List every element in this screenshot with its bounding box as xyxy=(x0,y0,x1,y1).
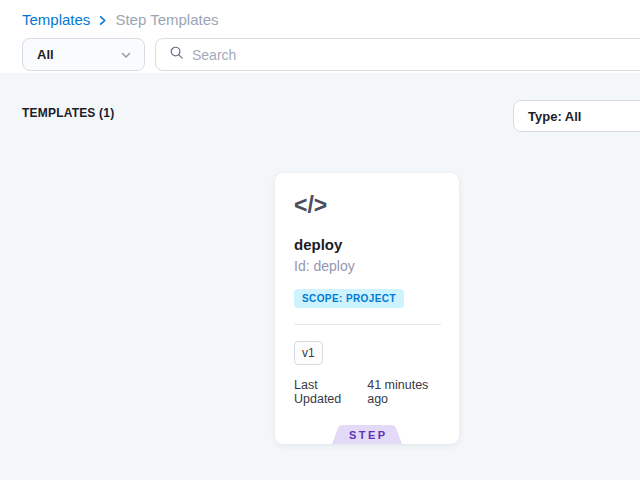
templates-count-heading: TEMPLATES (1) xyxy=(22,106,114,120)
page-header: Templates Step Templates All xyxy=(0,0,640,73)
chevron-right-icon xyxy=(97,15,108,26)
last-updated-row: Last Updated 41 minutes ago xyxy=(294,378,441,406)
template-type-tab: STEP xyxy=(332,425,402,444)
template-card-deploy[interactable]: </> deploy Id: deploy SCOPE: PROJECT v1 … xyxy=(275,173,459,444)
last-updated-label: Last Updated xyxy=(294,378,358,406)
card-divider xyxy=(294,324,441,325)
scope-filter-value: All xyxy=(37,47,54,62)
search-icon xyxy=(169,45,184,64)
template-card-content: </> deploy Id: deploy SCOPE: PROJECT v1 … xyxy=(275,173,459,444)
scope-badge: SCOPE: PROJECT xyxy=(294,289,404,308)
template-id: Id: deploy xyxy=(294,258,441,274)
template-name: deploy xyxy=(294,236,441,253)
search-input[interactable] xyxy=(192,47,572,63)
scope-filter-dropdown[interactable]: All xyxy=(22,38,145,71)
type-filter-value: Type: All xyxy=(528,109,581,124)
type-filter-dropdown[interactable]: Type: All xyxy=(513,100,640,132)
version-chip: v1 xyxy=(294,341,323,365)
breadcrumb: Templates Step Templates xyxy=(22,10,219,30)
breadcrumb-current-page: Step Templates xyxy=(115,10,218,30)
search-field[interactable] xyxy=(155,38,640,71)
template-type-label: STEP xyxy=(332,429,402,441)
chevron-down-icon xyxy=(120,49,132,61)
code-icon: </> xyxy=(294,193,441,217)
step-templates-page: Templates Step Templates All TEMPLATES (… xyxy=(0,0,640,480)
breadcrumb-templates-link[interactable]: Templates xyxy=(22,10,90,30)
last-updated-value: 41 minutes ago xyxy=(367,378,441,406)
